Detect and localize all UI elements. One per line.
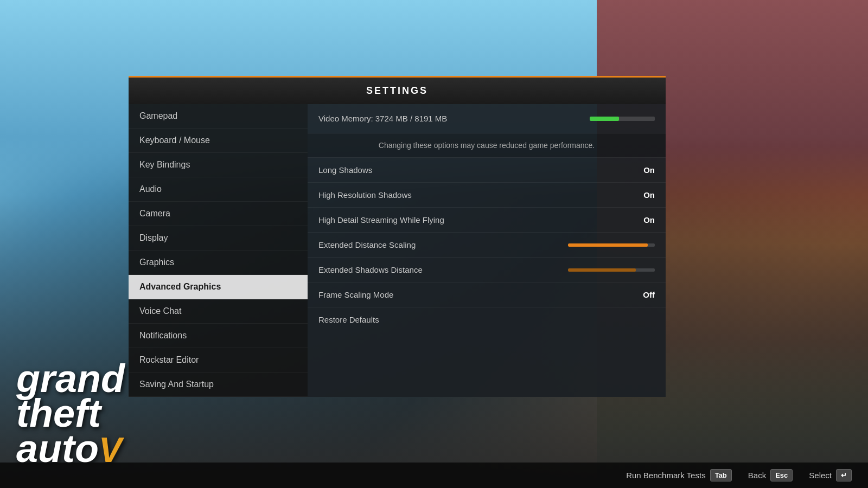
sidebar-item-notifications[interactable]: Notifications [129,324,308,348]
sidebar-item-keyboard-mouse[interactable]: Keyboard / Mouse [129,129,308,153]
setting-slider-fill-extended-shadows-distance [568,268,636,272]
performance-warning: Changing these options may cause reduced… [308,133,666,158]
setting-slider-extended-shadows-distance[interactable] [568,268,655,272]
key-badge-back: Esc [770,469,793,481]
setting-value-frame-scaling-mode: Off [643,290,655,299]
video-memory-label: Video Memory: 3724 MB / 8191 MB [318,114,447,123]
vram-fill [590,117,619,121]
key-badge-run-benchmark: Tab [710,469,732,481]
bottom-btn-label-back: Back [748,471,766,480]
setting-value-high-res-shadows: On [643,190,655,200]
key-badge-select: ↵ [836,469,852,481]
restore-defaults[interactable]: Restore Defaults [308,307,666,332]
sidebar-item-rockstar-editor[interactable]: Rockstar Editor [129,348,308,373]
sidebar-item-camera[interactable]: Camera [129,202,308,226]
bottom-bar: Run Benchmark TestsTabBackEscSelect↵ [0,463,868,488]
sidebar-item-display[interactable]: Display [129,226,308,251]
setting-label-long-shadows: Long Shadows [318,165,372,175]
settings-panel: SETTINGS GamepadKeyboard / MouseKey Bind… [129,76,666,397]
setting-row-extended-shadows-distance[interactable]: Extended Shadows Distance [308,258,666,282]
sidebar-item-voice-chat[interactable]: Voice Chat [129,299,308,324]
sidebar-item-gamepad[interactable]: Gamepad [129,104,308,129]
bottom-btn-select[interactable]: Select↵ [809,469,852,481]
gta-logo: grand theft autoV [16,361,125,466]
sidebar-item-graphics[interactable]: Graphics [129,251,308,275]
setting-label-high-detail-streaming: High Detail Streaming While Flying [318,215,444,224]
setting-row-extended-distance-scaling[interactable]: Extended Distance Scaling [308,233,666,258]
sidebar-item-audio[interactable]: Audio [129,177,308,202]
bottom-btn-label-select: Select [809,471,832,480]
bottom-btn-run-benchmark[interactable]: Run Benchmark TestsTab [626,469,732,481]
setting-label-frame-scaling-mode: Frame Scaling Mode [318,290,393,299]
vram-progress-bar [590,117,655,121]
setting-slider-extended-distance-scaling[interactable] [568,243,655,247]
setting-value-long-shadows: On [643,165,655,175]
video-memory-row: Video Memory: 3724 MB / 8191 MB [308,104,666,133]
setting-row-frame-scaling-mode[interactable]: Frame Scaling ModeOff [308,282,666,307]
settings-body: GamepadKeyboard / MouseKey BindingsAudio… [129,104,666,397]
logo-line1: grand [16,361,125,396]
setting-slider-fill-extended-distance-scaling [568,243,648,247]
sidebar-item-saving-startup[interactable]: Saving And Startup [129,373,308,397]
setting-label-high-res-shadows: High Resolution Shadows [318,190,412,200]
sidebar: GamepadKeyboard / MouseKey BindingsAudio… [129,104,308,397]
logo-line3: autoV [16,431,125,466]
setting-row-high-detail-streaming[interactable]: High Detail Streaming While FlyingOn [308,208,666,233]
logo-line2: theft [16,396,125,431]
setting-label-extended-shadows-distance: Extended Shadows Distance [318,265,423,274]
sidebar-item-key-bindings[interactable]: Key Bindings [129,153,308,177]
settings-rows: Long ShadowsOnHigh Resolution ShadowsOnH… [308,158,666,307]
setting-row-high-res-shadows[interactable]: High Resolution ShadowsOn [308,183,666,208]
sidebar-item-advanced-graphics[interactable]: Advanced Graphics [129,275,308,299]
bottom-btn-back[interactable]: BackEsc [748,469,793,481]
setting-value-high-detail-streaming: On [643,215,655,224]
bottom-btn-label-run-benchmark: Run Benchmark Tests [626,471,705,480]
setting-row-long-shadows[interactable]: Long ShadowsOn [308,158,666,183]
content-area: Video Memory: 3724 MB / 8191 MB Changing… [308,104,666,397]
setting-label-extended-distance-scaling: Extended Distance Scaling [318,240,416,249]
settings-title: SETTINGS [129,76,666,104]
